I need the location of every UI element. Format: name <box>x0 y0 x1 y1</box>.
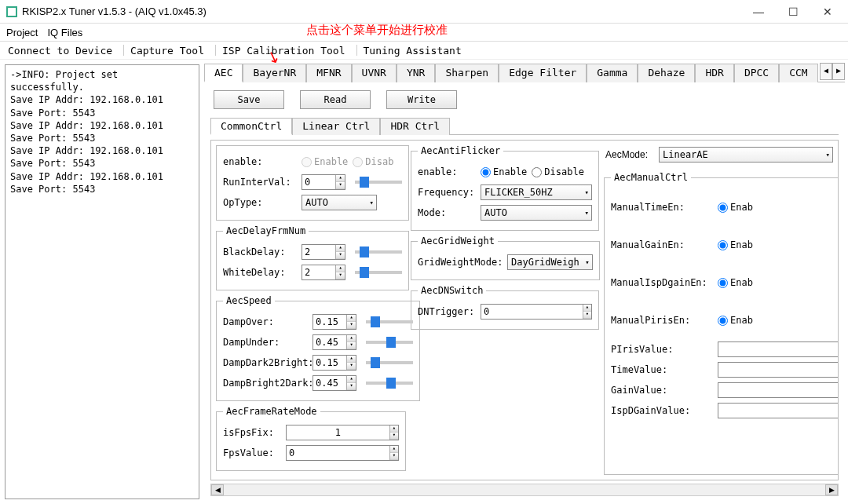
tool-capture[interactable]: Capture Tool <box>130 45 204 57</box>
blackdelay-spinner[interactable]: ▴▾ <box>302 244 345 260</box>
titlebar: RKISP2.x Tuner v1.5.3 - (AIQ v1.0x45.3) … <box>0 0 848 24</box>
tab-uvnr[interactable]: UVNR <box>352 64 397 82</box>
enable-label: enable: <box>223 156 298 167</box>
tool-tuning[interactable]: Tuning Assistant <box>364 45 462 57</box>
enable-radio-disable[interactable]: Disab <box>353 156 393 167</box>
dntrigger-label: DNTrigger: <box>418 306 477 317</box>
dampdark2bright-slider[interactable] <box>366 361 413 364</box>
scroll-right-icon[interactable]: ▶ <box>825 484 838 495</box>
save-button[interactable]: Save <box>214 90 284 109</box>
ispdgainvalue-label: IspDGainValue: <box>611 405 715 416</box>
isfpsfix-label: isFpsFix: <box>223 427 283 438</box>
blackdelay-slider[interactable] <box>355 250 402 254</box>
timevalue-input[interactable] <box>718 362 839 378</box>
group-basic: enable: Enable Disab RunInterVal: ▴▾ OpT… <box>216 145 409 221</box>
pirisvalue-input[interactable] <box>718 341 839 357</box>
manualtimeen-label: ManualTimeEn: <box>611 202 715 213</box>
group-aecmanualctrl: AecManualCtrl ManualTimeEn: Enab ManualG… <box>604 172 839 475</box>
tab-mfnr[interactable]: MFNR <box>306 64 351 82</box>
anti-enable-label: enable: <box>418 166 477 177</box>
tabs-scroll-left-icon[interactable]: ◀ <box>820 63 832 80</box>
dampunder-spinner[interactable]: ▴▾ <box>313 334 356 350</box>
runinterval-label: RunInterVal: <box>223 177 298 188</box>
blackdelay-label: BlackDelay: <box>223 247 298 257</box>
group-aecgridweight: AecGridWeight GridWeightMode: DayGridWei… <box>411 236 600 280</box>
app-icon <box>6 6 17 17</box>
dampbright2dark-spinner[interactable]: ▴▾ <box>313 375 356 391</box>
tab-sharpen[interactable]: Sharpen <box>435 64 499 82</box>
manualtimeen-radio[interactable]: Enab <box>718 202 753 213</box>
fpsvalue-label: FpsValue: <box>223 447 283 458</box>
tool-calibration[interactable]: ISP Calibration Tool <box>222 45 345 57</box>
tab-bayernr[interactable]: BayerNR <box>243 64 306 82</box>
whitedelay-label: WhiteDelay: <box>223 267 298 278</box>
runinterval-slider[interactable] <box>355 181 402 184</box>
timevalue-label: TimeValue: <box>611 364 715 375</box>
menu-iq-files[interactable]: IQ Files <box>47 27 82 38</box>
subtab-hdrctrl[interactable]: HDR Ctrl <box>380 118 450 135</box>
scroll-left-icon[interactable]: ◀ <box>211 484 224 495</box>
tab-dpcc[interactable]: DPCC <box>734 64 779 82</box>
toolbar: Connect to Device Capture Tool ISP Calib… <box>0 41 848 60</box>
anti-disable-radio[interactable]: Disable <box>532 166 584 177</box>
manualpirisen-radio[interactable]: Enab <box>718 315 753 326</box>
anti-mode-label: Mode: <box>418 207 477 218</box>
anti-mode-combo[interactable]: AUTO <box>481 205 592 221</box>
fpsvalue-spinner[interactable]: ▴▾ <box>286 445 399 461</box>
pirisvalue-label: PIrisValue: <box>611 344 715 355</box>
gridweightmode-label: GridWeightMode: <box>418 257 504 268</box>
runinterval-spinner[interactable]: ▴▾ <box>302 174 345 190</box>
window-title: RKISP2.x Tuner v1.5.3 - (AIQ v1.0x45.3) <box>22 5 741 17</box>
isfpsfix-spinner[interactable]: ▴▾ <box>286 425 399 440</box>
log-panel[interactable]: ->INFO: Project set successfully. Save I… <box>5 64 199 499</box>
menu-project[interactable]: Project <box>6 27 38 38</box>
enable-radio-enable[interactable]: Enable <box>302 156 348 167</box>
horizontal-scrollbar[interactable]: ◀ ▶ <box>210 484 839 496</box>
dampbright2dark-slider[interactable] <box>366 382 413 385</box>
ispdgainvalue-input[interactable] <box>718 403 839 418</box>
anti-enable-radio[interactable]: Enable <box>481 166 527 177</box>
gridweightmode-combo[interactable]: DayGridWeigh <box>507 254 593 270</box>
manualgainen-label: ManualGainEn: <box>611 239 715 250</box>
minimize-button[interactable]: — <box>741 1 776 23</box>
gainvalue-input[interactable] <box>718 382 839 398</box>
dampunder-slider[interactable] <box>366 341 413 344</box>
group-aecdnswitch: AecDNSwitch DNTrigger: ▴▾ <box>411 285 599 330</box>
optype-combo[interactable]: AUTO <box>302 195 377 210</box>
aecmode-combo[interactable]: LinearAE <box>659 147 833 163</box>
tabs-scroll-right-icon[interactable]: ▶ <box>832 63 845 80</box>
close-button[interactable]: ✕ <box>810 1 845 23</box>
tab-gamma[interactable]: Gamma <box>587 64 638 82</box>
tab-edgefilter[interactable]: Edge Filter <box>499 64 587 82</box>
manualispdgainen-label: ManualIspDgainEn: <box>611 277 715 288</box>
dampover-slider[interactable] <box>366 320 413 323</box>
manualgainen-radio[interactable]: Enab <box>718 239 753 250</box>
tab-aec[interactable]: AEC <box>204 64 243 82</box>
dampunder-label: DampUnder: <box>223 337 309 348</box>
dampdark2bright-spinner[interactable]: ▴▾ <box>313 355 356 371</box>
read-button[interactable]: Read <box>300 90 371 109</box>
gainvalue-label: GainValue: <box>611 385 715 396</box>
aecmode-label: AecMode: <box>605 149 656 160</box>
tab-dehaze[interactable]: Dehaze <box>638 64 695 82</box>
manualispdgainen-radio[interactable]: Enab <box>718 277 753 288</box>
optype-label: OpType: <box>223 197 298 208</box>
tab-hdr[interactable]: HDR <box>695 64 733 82</box>
subtab-linearctrl[interactable]: Linear Ctrl <box>292 118 380 135</box>
tab-ynr[interactable]: YNR <box>397 64 435 82</box>
whitedelay-spinner[interactable]: ▴▾ <box>302 265 345 280</box>
anti-frequency-combo[interactable]: FLICKER_50HZ <box>481 184 592 200</box>
write-button[interactable]: Write <box>386 90 457 109</box>
whitedelay-slider[interactable] <box>355 271 402 274</box>
annotation-text: 点击这个菜单开始进行校准 <box>306 23 448 38</box>
dampover-spinner[interactable]: ▴▾ <box>313 314 356 330</box>
action-button-row: Save Read Write <box>204 82 845 117</box>
maximize-button[interactable]: ☐ <box>776 1 810 23</box>
main-tabs: AEC BayerNR MFNR UVNR YNR Sharpen Edge F… <box>204 63 845 82</box>
group-aecspeed: AecSpeed DampOver: ▴▾ DampUnder: ▴▾ Damp… <box>216 295 420 401</box>
subtab-commonctrl[interactable]: CommonCtrl <box>210 118 292 135</box>
dntrigger-spinner[interactable]: ▴▾ <box>481 304 592 320</box>
tool-connect[interactable]: Connect to Device <box>8 45 112 57</box>
tab-ccm[interactable]: CCM <box>779 64 817 82</box>
dampdark2bright-label: DampDark2Bright: <box>223 357 309 368</box>
